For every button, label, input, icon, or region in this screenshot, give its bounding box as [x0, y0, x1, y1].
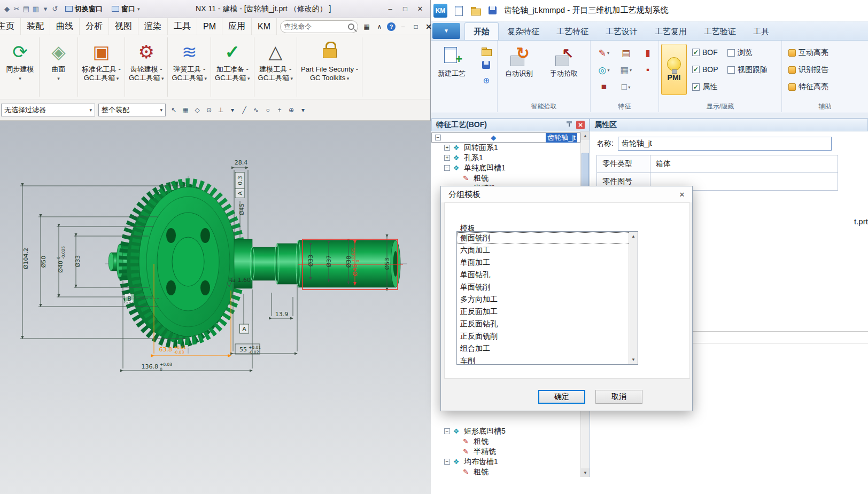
save-process-icon[interactable]: [480, 60, 492, 70]
sync-globe-icon[interactable]: ⊕: [480, 76, 492, 87]
expand-icon[interactable]: +: [444, 145, 450, 151]
point-tool-icon[interactable]: +: [275, 105, 284, 114]
nx-ribbon-button-4[interactable]: 齿轮建模 -GC工具箱 ▾: [125, 37, 168, 97]
km-tab-工具[interactable]: 工具: [745, 23, 778, 40]
checkbox-BOP[interactable]: ✓BOP: [692, 65, 718, 74]
datum-tool-icon[interactable]: ⊕: [286, 105, 296, 114]
template-listbox[interactable]: 侧面铣削六面加工单面加工单面钻孔单面铣削多方向加工正反面加工正反面钻孔正反面铣削…: [456, 231, 638, 365]
nx-tab-2[interactable]: 装配: [21, 18, 50, 35]
select-cursor-icon[interactable]: ↖: [169, 105, 179, 114]
collapse-icon[interactable]: −: [444, 459, 450, 465]
nx-ribbon-button-3[interactable]: 标准化工具 -GC工具箱 ▾: [78, 37, 125, 97]
open-process-icon[interactable]: [480, 46, 492, 57]
nx-tab-7[interactable]: 工具: [168, 18, 197, 35]
selection-filter-dropdown[interactable]: 无选择过滤器▾: [1, 104, 95, 116]
collapse-icon[interactable]: −: [444, 428, 450, 434]
collapse-ribbon-icon[interactable]: ∧: [374, 21, 385, 32]
template-item-正反面加工[interactable]: 正反面加工: [457, 305, 638, 318]
property-value[interactable]: 箱体: [650, 155, 838, 172]
panel-close-button[interactable]: ✕: [576, 121, 585, 129]
nx-ribbon-button-5[interactable]: 弹簧工具 -GC工具箱 ▾: [168, 37, 211, 97]
km-tab-工艺验证[interactable]: 工艺验证: [695, 23, 745, 40]
dropdown-icon[interactable]: ▾: [228, 105, 237, 114]
app-icon[interactable]: ◆: [2, 4, 12, 14]
nx-tab-5[interactable]: 视图: [109, 18, 138, 35]
aux-item-互动高亮[interactable]: 互动高亮: [788, 48, 828, 58]
more-tools-icon[interactable]: ▾: [298, 105, 308, 114]
doc-restore-icon[interactable]: □: [410, 21, 421, 32]
nx-tab-9[interactable]: 应用: [222, 18, 252, 35]
nx-tab-3[interactable]: 曲线: [50, 18, 80, 35]
auto-recognize-button[interactable]: 自动识别: [502, 44, 536, 81]
part-name-input[interactable]: 齿轮轴_jt: [618, 137, 832, 151]
cancel-button[interactable]: 取消: [595, 390, 642, 404]
cylinder-feature-icon[interactable]: ▮: [639, 46, 657, 60]
switch-window-button[interactable]: 切换窗口: [61, 3, 106, 15]
new-document-icon[interactable]: [453, 5, 464, 16]
find-command-input[interactable]: [284, 22, 348, 30]
nx-tab-6[interactable]: 渲染: [138, 18, 168, 35]
template-item-车削[interactable]: 车削: [457, 355, 638, 365]
line-tool-icon[interactable]: ╱: [239, 105, 249, 114]
scroll-down-icon[interactable]: ▼: [629, 355, 638, 364]
tree-item-均布齿槽1[interactable]: −❖均布齿槽1: [431, 457, 580, 467]
snap-perp-icon[interactable]: ⊥: [216, 105, 226, 114]
tree-item-粗铣[interactable]: ✎粗铣: [431, 173, 580, 183]
nx-tab-8[interactable]: PM: [197, 18, 222, 35]
nx-3d-viewport[interactable]: 28.4Ø104.2Ø50Ø400-0.025Ø33Ø45Ø33Ø37Ø38Ø4…: [0, 121, 431, 494]
checkbox-BOF[interactable]: ✓BOF: [692, 48, 718, 57]
tree-item-半精铣[interactable]: ✎半精铣: [431, 446, 580, 457]
template-item-六面加工[interactable]: 六面加工: [457, 244, 638, 256]
km-tab-工艺设计[interactable]: 工艺设计: [597, 23, 646, 40]
template-item-侧面铣削[interactable]: 侧面铣削: [457, 232, 638, 244]
dialog-close-icon[interactable]: ✕: [676, 189, 688, 200]
listbox-scrollbar[interactable]: ▲ ▼: [629, 232, 638, 364]
assembly-scope-dropdown[interactable]: 整个装配▾: [98, 104, 166, 116]
tree-item-单纯底凹槽1[interactable]: −❖单纯底凹槽1: [431, 163, 580, 173]
tree-item-齿轮轴_jt[interactable]: −◆齿轮轴_jt: [431, 132, 580, 143]
maximize-button[interactable]: □: [398, 3, 412, 15]
window-menu-button[interactable]: 窗口▾: [108, 3, 144, 15]
sketch-feature-icon[interactable]: ✎▾: [595, 46, 613, 60]
scroll-up-icon[interactable]: ▲: [581, 131, 590, 140]
open-file-icon[interactable]: [470, 5, 482, 16]
qat-dropdown-icon[interactable]: ▾: [41, 4, 50, 14]
tree-item-孔系1[interactable]: +❖孔系1: [431, 153, 580, 163]
nx-ribbon-button-1[interactable]: 同步建模 ▾: [1, 37, 40, 97]
document-tab-fragment[interactable]: t.prt: [854, 217, 868, 226]
close-button[interactable]: ✕: [413, 3, 427, 15]
select-face-icon[interactable]: ▦: [181, 105, 190, 114]
minimize-button[interactable]: –: [383, 3, 397, 15]
pmi-toggle-button[interactable]: PMI: [661, 44, 687, 95]
template-item-多方向加工[interactable]: 多方向加工: [457, 293, 638, 305]
paste-icon[interactable]: ▥: [31, 4, 41, 14]
doc-minimize-icon[interactable]: –: [398, 21, 408, 32]
collapse-icon[interactable]: −: [435, 135, 441, 140]
tree-item-回转面系1[interactable]: +❖回转面系1: [431, 143, 580, 153]
km-tab-开始[interactable]: 开始: [464, 22, 499, 40]
km-app-menu-button[interactable]: ▼: [432, 23, 460, 39]
copy-icon[interactable]: ▤: [21, 4, 31, 14]
aux-item-识别报告[interactable]: 识别报告: [788, 65, 828, 75]
checkbox-属性[interactable]: ✓属性: [692, 82, 717, 92]
km-tab-工艺复用[interactable]: 工艺复用: [646, 23, 695, 40]
scroll-down-icon[interactable]: ▼: [581, 468, 590, 477]
new-process-button[interactable]: 新建工艺: [435, 44, 469, 81]
plane-feature-icon[interactable]: □▾: [617, 80, 635, 94]
block-feature-icon[interactable]: ▪: [639, 63, 657, 77]
checkbox-视图跟随[interactable]: 视图跟随: [727, 65, 768, 75]
template-item-正反面钻孔[interactable]: 正反面钻孔: [457, 318, 638, 330]
ok-button[interactable]: 确定: [538, 390, 585, 404]
cut-icon[interactable]: ✂: [12, 4, 21, 14]
find-command-box[interactable]: [280, 20, 358, 33]
spline-tool-icon[interactable]: ∿: [251, 105, 261, 114]
circle-tool-icon[interactable]: ○: [263, 105, 273, 114]
layout-grid-icon[interactable]: ▦: [361, 21, 372, 32]
nx-ribbon-button-7[interactable]: 建模工具 -GC工具箱 ▾: [254, 37, 298, 97]
pin-icon[interactable]: [565, 121, 574, 129]
help-icon[interactable]: ?: [387, 22, 396, 31]
expand-icon[interactable]: +: [444, 155, 450, 161]
save-icon[interactable]: [487, 5, 499, 16]
nx-ribbon-button-8[interactable]: Part File Security -GC Toolkits ▾: [297, 37, 362, 97]
undo-icon[interactable]: ↺: [50, 4, 60, 14]
